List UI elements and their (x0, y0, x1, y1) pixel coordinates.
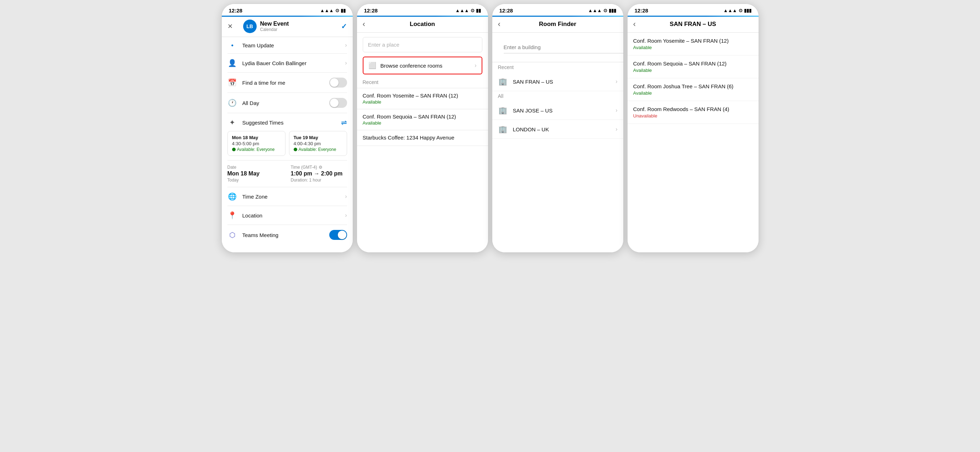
time-value: 1:00 pm → 2:00 pm (291, 170, 347, 177)
teams-meeting-label: Teams Meeting (242, 232, 324, 238)
battery-icon: ▮▮▮ (609, 8, 616, 13)
time-card-date-0: Mon 18 May (232, 135, 281, 140)
time-1: 12:28 (229, 8, 242, 14)
building-icon: 🏢 (498, 77, 508, 86)
time-card-1[interactable]: Tue 19 May 4:00-4:30 pm Available: Every… (289, 131, 347, 156)
back-button-4[interactable]: ‹ (633, 19, 648, 29)
date-column: Date Mon 18 May Today (228, 165, 284, 183)
location-row[interactable]: 📍 Location › (222, 206, 353, 224)
location-header-title: Location (377, 21, 468, 28)
recent-item-2[interactable]: Starbucks Coffee: 1234 Happy Avenue (357, 130, 488, 146)
avail-dot (294, 148, 297, 151)
globe-icon: 🌐 (228, 192, 237, 201)
room-finder-header: ‹ Room Finder (492, 17, 623, 33)
suggested-times-label: Suggested Times (242, 119, 336, 126)
room-result-0[interactable]: Conf. Room Yosemite – SAN FRAN (12) Avai… (628, 33, 759, 56)
time-sub: Duration: 1 hour (291, 178, 347, 183)
all-day-row: 🕐 All Day (222, 93, 353, 113)
all-day-label: All Day (242, 100, 324, 106)
avatar: LB (243, 19, 257, 33)
back-button[interactable]: ‹ (363, 19, 377, 29)
tune-icon[interactable]: ⇌ (341, 118, 347, 127)
back-icon[interactable]: ‹ (633, 19, 636, 29)
status-bar-2: 12:28 ▲▲▲ ⊙ ▮▮ (357, 4, 488, 16)
screen1-phone: 12:28 ▲▲▲ ⊙ ▮▮ ✕ LB New Event Calendar ✓… (221, 3, 353, 253)
teams-icon: ⬡ (228, 231, 237, 239)
screen2-content: Enter a place ⬜ Browse conference rooms … (357, 33, 488, 252)
screen1-content: ● Team Update › 👤 Lydia Bauer Colin Ball… (222, 37, 353, 252)
teams-meeting-row: ⬡ Teams Meeting (222, 225, 353, 245)
status-bar-3: 12:28 ▲▲▲ ⊙ ▮▮▮ (492, 4, 623, 16)
status-icons-2: ▲▲▲ ⊙ ▮▮ (455, 8, 481, 13)
time-2: 12:28 (364, 8, 378, 14)
attendees-label: Lydia Bauer Colin Ballinger (242, 60, 340, 66)
chevron-icon: › (616, 107, 617, 113)
settings-icon: ⚙ (318, 165, 323, 170)
back-button-3[interactable]: ‹ (498, 19, 512, 29)
status-bar-1: 12:28 ▲▲▲ ⊙ ▮▮ (222, 4, 353, 16)
building-icon: 🏢 (498, 106, 508, 115)
clock-icon: 🕐 (228, 99, 237, 107)
building-row-recent-0[interactable]: 🏢 SAN FRAN – US › (492, 72, 623, 91)
screen4-content: Conf. Room Yosemite – SAN FRAN (12) Avai… (628, 33, 759, 252)
enter-building-input[interactable] (504, 41, 623, 53)
close-button[interactable]: ✕ (228, 22, 242, 30)
building-row-all-0[interactable]: 🏢 SAN JOSE – US › (492, 101, 623, 120)
enter-place-input[interactable]: Enter a place (363, 37, 482, 53)
recent-item-title-2: Starbucks Coffee: 1234 Happy Avenue (363, 135, 482, 140)
all-section-label: All (492, 91, 623, 101)
status-icons-3: ▲▲▲ ⊙ ▮▮▮ (588, 8, 616, 13)
back-icon[interactable]: ‹ (498, 19, 501, 29)
teams-toggle[interactable] (329, 230, 347, 240)
location-header: ‹ Location (357, 17, 488, 33)
signal-icon: ▲▲▲ (723, 8, 737, 13)
room-status-2: Available (633, 91, 753, 96)
time-card-0[interactable]: Mon 18 May 4:30-5:00 pm Available: Every… (228, 131, 285, 156)
status-bar-4: 12:28 ▲▲▲ ⊙ ▮▮▮ (628, 4, 759, 16)
new-event-header: ✕ LB New Event Calendar ✓ (222, 17, 353, 37)
placeholder-text: Enter a place (368, 41, 399, 48)
time-3: 12:28 (500, 8, 513, 14)
find-time-row: 📅 Find a time for me (222, 73, 353, 92)
date-label: Date (228, 165, 284, 170)
room-result-3[interactable]: Conf. Room Redwoods – SAN FRAN (4) Unava… (628, 101, 759, 124)
building-row-all-1[interactable]: 🏢 LONDON – UK › (492, 120, 623, 139)
all-day-toggle[interactable] (329, 98, 347, 108)
circle-icon: ● (228, 43, 237, 48)
suggested-times-row[interactable]: ✦ Suggested Times ⇌ (222, 113, 353, 128)
time-card-date-1: Tue 19 May (294, 135, 342, 140)
toggle-knob (338, 231, 346, 239)
check-icon[interactable]: ✓ (341, 22, 347, 30)
timezone-label: Time Zone (242, 194, 340, 200)
find-time-label: Find a time for me (242, 80, 324, 86)
building-name-recent-0: SAN FRAN – US (513, 79, 611, 85)
event-title: New Event (260, 21, 333, 27)
timezone-row[interactable]: 🌐 Time Zone › (222, 187, 353, 206)
room-result-2[interactable]: Conf. Room Joshua Tree – SAN FRAN (6) Av… (628, 78, 759, 101)
time-card-avail-1: Available: Everyone (294, 147, 342, 152)
screen4-phone: 12:28 ▲▲▲ ⊙ ▮▮▮ ‹ SAN FRAN – US Conf. Ro… (627, 3, 759, 253)
team-update-row[interactable]: ● Team Update › (222, 37, 353, 53)
time-column: Time (GMT-4) ⚙ 1:00 pm → 2:00 pm Duratio… (291, 165, 347, 183)
recent-item-1[interactable]: Conf. Room Sequoia – SAN FRAN (12) Avail… (357, 109, 488, 130)
battery-icon: ▮▮ (340, 8, 346, 13)
building-name-all-1: LONDON – UK (513, 126, 611, 132)
room-name-0: Conf. Room Yosemite – SAN FRAN (12) (633, 38, 753, 44)
recent-item-0[interactable]: Conf. Room Yosemite – SAN FRAN (12) Avai… (357, 88, 488, 109)
recent-item-title-0: Conf. Room Yosemite – SAN FRAN (12) (363, 92, 482, 99)
confirm-button[interactable]: ✓ (333, 22, 347, 30)
attendees-row[interactable]: 👤 Lydia Bauer Colin Ballinger › (222, 54, 353, 72)
datetime-section: Date Mon 18 May Today Time (GMT-4) ⚙ 1:0… (222, 161, 353, 187)
room-result-1[interactable]: Conf. Room Sequoia – SAN FRAN (12) Avail… (628, 56, 759, 78)
find-time-toggle[interactable] (329, 78, 347, 88)
close-icon[interactable]: ✕ (228, 22, 233, 30)
chevron-icon: › (345, 212, 347, 218)
signal-icon: ▲▲▲ (588, 8, 602, 13)
room-name-3: Conf. Room Redwoods – SAN FRAN (4) (633, 106, 753, 112)
browse-rooms-button[interactable]: ⬜ Browse conference rooms › (363, 57, 482, 75)
divider (357, 146, 488, 146)
recent-item-title-1: Conf. Room Sequoia – SAN FRAN (12) (363, 113, 482, 119)
building-icon: 🏢 (498, 125, 508, 134)
wifi-icon: ⊙ (739, 8, 743, 13)
back-icon[interactable]: ‹ (363, 19, 365, 29)
